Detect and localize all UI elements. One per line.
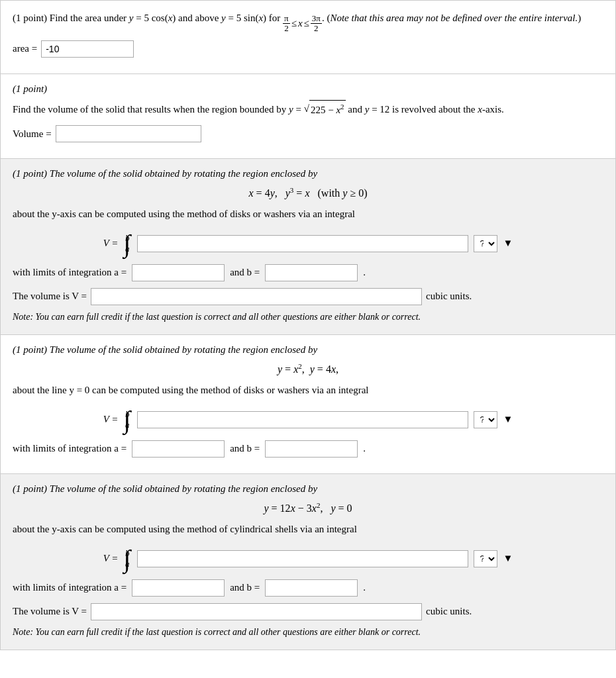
q5-dropdown-arrow: ▼	[503, 553, 513, 564]
q5-point-label: (1 point) The volume of the solid obtain…	[13, 483, 603, 495]
q3-integral-symbol: ∫	[123, 231, 130, 256]
q3-axis-text: about the y-axis can be computed using t…	[13, 206, 603, 223]
q3-limits-row: with limits of integration a = and b = .	[13, 264, 603, 281]
q3-dropdown-arrow: ▼	[503, 238, 513, 249]
q3-volume-input[interactable]	[91, 288, 422, 305]
q5-b-input[interactable]	[265, 579, 358, 597]
q3-b-input[interactable]	[265, 264, 358, 281]
q5-volume-is-label: The volume is V =	[13, 606, 87, 617]
q5-volume-input[interactable]	[91, 603, 422, 620]
q1-answer-row: area =	[13, 40, 603, 58]
q3-cubic: cubic units.	[426, 291, 472, 302]
q3-point-label: (1 point) The volume of the solid obtain…	[13, 168, 603, 179]
q3-a-label: with limits of integration a =	[13, 267, 127, 278]
q1-area-input[interactable]	[41, 40, 134, 58]
q1-text: (1 point) Find the area under y = 5 cos(…	[13, 10, 603, 34]
q4-integrand-input[interactable]	[137, 411, 468, 428]
q3-volume-row: The volume is V = cubic units.	[13, 288, 603, 305]
q5-integral-block: V = ∫ b a ? ▼	[13, 546, 603, 571]
q2-point-label: (1 point)	[13, 83, 603, 95]
q4-v-label: V =	[103, 414, 119, 425]
q3-integrand-input[interactable]	[137, 235, 468, 252]
q4-b-input[interactable]	[265, 440, 358, 458]
q3-a-input[interactable]	[132, 264, 225, 281]
section-3: (1 point) The volume of the solid obtain…	[0, 159, 616, 335]
q4-and-b-label: and b =	[230, 443, 260, 454]
q5-integral-wrapper: ∫ b a	[123, 546, 132, 571]
q5-v-label: V =	[103, 553, 119, 564]
q5-a-label: with limits of integration a =	[13, 582, 127, 593]
q4-dropdown[interactable]: ?	[474, 411, 497, 428]
q5-limits-row: with limits of integration a = and b = .	[13, 579, 603, 597]
q4-integral-wrapper: ∫ b a	[123, 407, 132, 432]
q5-integral-symbol: ∫	[123, 546, 130, 571]
q3-integral-wrapper: ∫ b a	[123, 231, 132, 256]
q3-volume-is-label: The volume is V =	[13, 291, 87, 302]
q4-a-label: with limits of integration a =	[13, 443, 127, 454]
q3-note: Note: You can earn full credit if the la…	[13, 312, 603, 322]
q2-answer-row: Volume =	[13, 125, 603, 142]
section-1: (1 point) Find the area under y = 5 cos(…	[0, 0, 616, 74]
section-2: (1 point) Find the volume of the solid t…	[0, 74, 616, 160]
q5-and-b-label: and b =	[230, 582, 260, 593]
q4-limits-row: with limits of integration a = and b = .	[13, 440, 603, 458]
q5-center-eq: y = 12x − 3x2, y = 0	[13, 501, 603, 514]
q5-cubic: cubic units.	[426, 606, 472, 617]
q3-dropdown[interactable]: ?	[474, 235, 497, 252]
q2-volume-label: Volume =	[13, 128, 52, 140]
q5-dropdown[interactable]: ?	[474, 550, 497, 567]
q3-period: .	[363, 267, 366, 278]
q5-volume-row: The volume is V = cubic units.	[13, 603, 603, 620]
q3-and-b-label: and b =	[230, 267, 260, 278]
q5-axis-text: about the y-axis can be computed using t…	[13, 521, 603, 538]
q2-volume-input[interactable]	[56, 125, 201, 142]
q4-axis-text: about the line y = 0 can be computed usi…	[13, 382, 603, 399]
q2-question: Find the volume of the solid that result…	[13, 100, 603, 119]
q4-point-label: (1 point) The volume of the solid obtain…	[13, 344, 603, 356]
q3-integral-block: V = ∫ b a ? ▼	[13, 231, 603, 256]
q4-integral-block: V = ∫ b a ? ▼	[13, 407, 603, 432]
q4-a-input[interactable]	[132, 440, 225, 458]
q5-a-input[interactable]	[132, 579, 225, 597]
q4-center-eq: y = x2, y = 4x,	[13, 362, 603, 375]
q4-dropdown-arrow: ▼	[503, 414, 513, 425]
q5-integrand-input[interactable]	[137, 550, 468, 567]
q3-v-label: V =	[103, 238, 119, 249]
section-4: (1 point) The volume of the solid obtain…	[0, 335, 616, 474]
q4-period: .	[363, 443, 366, 454]
section-5: (1 point) The volume of the solid obtain…	[0, 474, 616, 650]
q5-note: Note: You can earn full credit if the la…	[13, 627, 603, 638]
q5-period: .	[363, 582, 366, 593]
q1-area-label: area =	[13, 43, 37, 54]
q4-integral-symbol: ∫	[123, 407, 130, 432]
q3-center-eq: x = 4y, y3 = x (with y ≥ 0)	[13, 186, 603, 199]
